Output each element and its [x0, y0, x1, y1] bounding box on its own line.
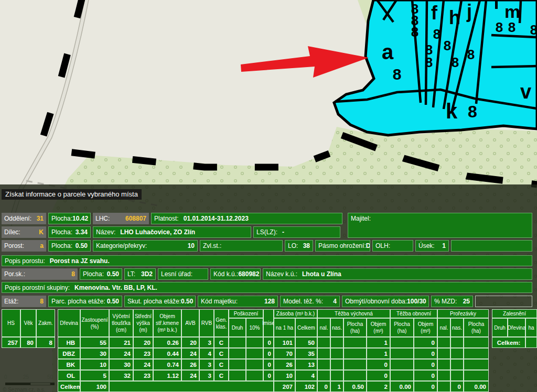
- field-label: OLH:: [375, 242, 390, 249]
- cell-empty-span: [109, 381, 274, 392]
- cell-pct: [246, 370, 263, 381]
- cell-n1: [317, 337, 330, 348]
- field-pasmo-ohrozeni: Pásmo ohrožení:D: [315, 240, 370, 252]
- cell-n1: [317, 348, 330, 359]
- cell-tl: 21: [109, 337, 133, 348]
- field-empty: [451, 240, 532, 252]
- col-header-na1ha: na 1 ha: [274, 318, 295, 337]
- group-label: Poškození: [229, 309, 263, 318]
- group-subcols: Plocha (ha) Objem (m³): [390, 318, 437, 337]
- field-label: Platnost:: [154, 215, 179, 222]
- col-header-zal-druh: Druh: [492, 318, 508, 337]
- cell-cel: 102: [295, 381, 317, 392]
- field-value: 100/30: [407, 298, 426, 305]
- field-value: Lhota u Zlína: [302, 270, 341, 278]
- col-header-zastoupeni: Zastoupení (%): [80, 309, 109, 337]
- field-value: 1: [442, 242, 446, 249]
- cell-n2: [330, 337, 343, 348]
- forestry-gis-app: a f h j m k v 8 8 8 8 8 8 8 8 8 8 8 8 8 …: [0, 0, 537, 392]
- cell-zast: 10: [80, 359, 109, 370]
- cell-pl2: [390, 370, 414, 381]
- stand-label-h: h: [449, 7, 460, 28]
- group-label: Těžba obnovní: [390, 309, 437, 318]
- field-value: 8: [40, 298, 44, 305]
- cell-hs: 257: [2, 337, 20, 348]
- col-header-tv-plocha: Plocha (ha): [343, 318, 367, 337]
- col-header-posk-10pct: 10%: [246, 318, 263, 337]
- field-value: 8: [71, 270, 75, 278]
- field-value: Porost na JZ svahu.: [50, 257, 110, 265]
- cell-pl3: [464, 337, 489, 348]
- cell-oj2: 0: [414, 370, 437, 381]
- info-row-etaz: Etáž:8 Parc. plocha etáže:0.50 Skut. plo…: [2, 296, 532, 307]
- field-plocha-porsk: Plocha:0.50: [80, 268, 122, 280]
- age-numeral: 8: [452, 55, 459, 70]
- col-header-objem: Objem stř.kmene (m³ b.k.): [153, 309, 181, 337]
- cell-n3: [437, 370, 450, 381]
- cell-n4: [450, 348, 464, 359]
- field-label: Plocha:: [51, 215, 72, 222]
- field-label: LS(LZ):: [256, 228, 277, 236]
- cell-drev: BK: [58, 359, 80, 370]
- cell-zalesneni-ha: [525, 337, 537, 348]
- field-lo: LO:38: [285, 240, 313, 252]
- field-zvlst: Zvl.st.:: [200, 240, 283, 252]
- field-label: Kód k.ú.:: [213, 270, 238, 278]
- row-spacer: [2, 348, 55, 359]
- age-numeral: 8: [433, 26, 441, 42]
- cell-vy: 24: [133, 359, 153, 370]
- cell-zast: 100: [80, 381, 109, 392]
- cell-avb: 26: [181, 359, 199, 370]
- cell-pl3: [464, 348, 489, 359]
- cell-im: 0: [263, 337, 274, 348]
- cell-oj: 1: [367, 337, 390, 348]
- field-plocha-porost: Plocha:0.50: [48, 240, 91, 252]
- cell-im: 0: [263, 348, 274, 359]
- field-value: 3D2: [141, 270, 153, 278]
- field-label: % MZD:: [434, 298, 457, 305]
- field-label: Parc. plocha etáže:: [51, 298, 105, 305]
- cell-dr: [229, 359, 246, 370]
- age-numeral: 8: [467, 47, 475, 62]
- table-row: OL532231.12243C010400: [2, 370, 537, 381]
- field-oddeleni: Oddělení:31: [2, 213, 46, 224]
- field-value: K: [39, 228, 44, 236]
- field-label: Por.sk.:: [4, 270, 25, 278]
- cell-avb: 24: [181, 348, 199, 359]
- field-label: Skut. plocha etáže:: [127, 298, 181, 305]
- cell-zalesneni-celkem: Celkem:: [492, 337, 525, 348]
- cell-cel: 35: [295, 348, 317, 359]
- col-header-imise: Imise: [263, 309, 274, 337]
- table-row: DBZ3024230.44244C0703510: [2, 348, 537, 359]
- field-label: Zvl.st.:: [203, 242, 221, 249]
- cell-rvb: 3: [199, 370, 214, 381]
- cell-n1: [317, 370, 330, 381]
- cell-oj: 1: [367, 348, 390, 359]
- cell-pl: [343, 359, 367, 370]
- cell-pl2: 0.00: [390, 381, 414, 392]
- cell-ob: 1.12: [153, 370, 181, 381]
- row-spacer: [2, 370, 55, 381]
- cell-pl2: [390, 337, 414, 348]
- field-value: 38: [303, 242, 310, 249]
- cell-cel: 13: [295, 359, 317, 370]
- field-label: Kód majetku:: [201, 298, 238, 305]
- cell-gen: C: [214, 337, 229, 348]
- cell-tl: 32: [109, 370, 133, 381]
- age-numeral: 8: [530, 22, 537, 38]
- field-label: LO:: [288, 242, 298, 249]
- cell-oj: 0: [367, 359, 390, 370]
- cell-vy: 20: [133, 337, 153, 348]
- field-value: LHO Luhačovice, ZO Zlín: [120, 228, 195, 236]
- cell-na1: 70: [274, 348, 295, 359]
- cell-cel: 4: [295, 370, 317, 381]
- field-label: Popis porostní skupiny:: [5, 284, 70, 291]
- cell-na1: 101: [274, 337, 295, 348]
- col-header-tloustka: Výčetní tloušťka (cm): [109, 309, 133, 337]
- col-header-vek: Věk: [20, 309, 36, 337]
- field-nazev-ku: Název k.ú.:Lhota u Zlína: [263, 268, 532, 280]
- stand-label-k: k: [446, 100, 458, 123]
- cell-n4: 0: [450, 381, 464, 392]
- cell-n3: [437, 359, 450, 370]
- field-value: 10: [188, 242, 195, 249]
